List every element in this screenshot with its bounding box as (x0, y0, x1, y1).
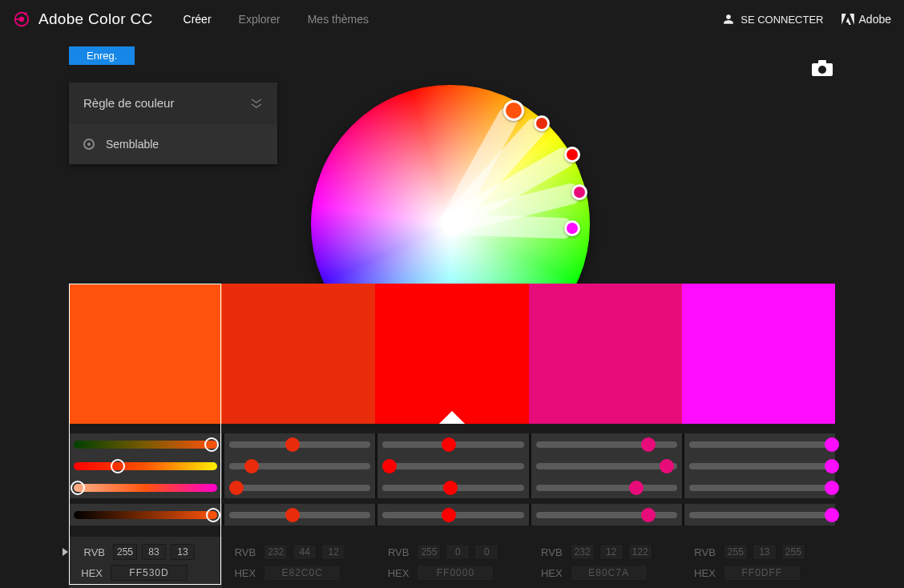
slider-cell[interactable] (375, 504, 528, 526)
slider-thumb[interactable] (641, 437, 656, 452)
slider-cell[interactable] (222, 477, 375, 498)
rgb-value[interactable]: 12 (321, 544, 345, 560)
slider-cell[interactable] (682, 455, 835, 477)
rgb-label: RVB (75, 546, 105, 558)
slider-thumb[interactable] (443, 481, 458, 495)
swatch[interactable] (375, 284, 528, 424)
slider-cell[interactable] (375, 433, 528, 455)
slider-cell[interactable] (529, 477, 682, 498)
nav-explore[interactable]: Explorer (239, 13, 280, 26)
wheel-handle[interactable] (564, 147, 580, 163)
color-rule-toggle[interactable]: Règle de couleur (69, 83, 277, 124)
swatch-row (69, 284, 835, 424)
slider-thumb[interactable] (442, 437, 456, 452)
rgb-value[interactable]: 255 (724, 544, 748, 560)
slider-cell[interactable] (375, 477, 528, 498)
color-rule-option[interactable]: Semblable (69, 124, 277, 164)
nav-create[interactable]: Créer (184, 13, 212, 26)
hex-value[interactable]: FF0DFF (724, 565, 801, 581)
slider-thumb[interactable] (825, 437, 839, 452)
slider-thumb[interactable] (285, 508, 300, 522)
swatch[interactable] (222, 284, 375, 424)
slider-cell[interactable] (375, 455, 528, 477)
slider-thumb[interactable] (244, 459, 259, 473)
rgb-value[interactable]: 232 (571, 544, 595, 560)
hex-value[interactable]: FF530D (111, 565, 188, 581)
color-rule-panel: Règle de couleur Semblable (69, 83, 277, 164)
slider-cell[interactable] (69, 455, 222, 477)
slider-thumb[interactable] (660, 459, 674, 473)
wheel-handle[interactable] (503, 100, 524, 121)
rgb-value[interactable]: 255 (781, 544, 805, 560)
triangle-right-icon (63, 548, 68, 556)
hex-value[interactable]: E80C7A (571, 565, 648, 581)
chevron-down-icon (250, 99, 263, 108)
slider-cell[interactable] (222, 455, 375, 477)
slider-cell[interactable] (682, 477, 835, 498)
slider-cell[interactable] (529, 433, 682, 455)
rgb-value[interactable]: 83 (142, 544, 166, 560)
hex-value[interactable]: E82C0C (264, 565, 341, 581)
nav-themes[interactable]: Mes thèmes (308, 13, 369, 26)
svg-point-6 (818, 66, 826, 74)
wheel-handle[interactable] (534, 115, 550, 131)
slider-track-gradient (74, 511, 217, 519)
slider-thumb[interactable] (442, 508, 456, 522)
slider-track (229, 485, 370, 491)
swatch[interactable] (69, 284, 222, 424)
slider-cell[interactable] (529, 504, 682, 526)
rgb-value[interactable]: 13 (753, 544, 777, 560)
rgb-value[interactable]: 122 (628, 544, 652, 560)
hex-label: HEX (532, 567, 563, 579)
slider-thumb[interactable] (111, 459, 125, 473)
rgb-value[interactable]: 232 (264, 544, 288, 560)
slider-cell[interactable] (222, 433, 375, 455)
slider-thumb[interactable] (825, 459, 839, 473)
rgb-value[interactable]: 255 (417, 544, 441, 560)
slider-cell[interactable] (69, 504, 222, 526)
slider-thumb[interactable] (629, 481, 644, 495)
hex-label: HEX (225, 567, 256, 579)
slider-thumb[interactable] (382, 459, 397, 473)
hex-label: HEX (685, 567, 716, 579)
rgb-value[interactable]: 13 (171, 544, 195, 560)
slider-cell[interactable] (222, 504, 375, 526)
value-column: RVB2558313HEXFF530D (69, 537, 222, 588)
value-column: RVB2324412HEXE82C0C (222, 537, 375, 588)
rgb-value[interactable]: 255 (113, 544, 137, 560)
slider-track (382, 463, 523, 469)
svg-rect-5 (818, 60, 826, 65)
wheel-handle[interactable] (571, 184, 587, 200)
rgb-value[interactable]: 44 (293, 544, 317, 560)
rgb-value[interactable]: 0 (474, 544, 498, 560)
slider-cell[interactable] (682, 504, 835, 526)
color-rule-title: Règle de couleur (83, 96, 174, 110)
slider-thumb[interactable] (206, 508, 220, 522)
rgb-value[interactable]: 12 (599, 544, 624, 560)
swatch[interactable] (529, 284, 682, 424)
camera-button[interactable] (811, 59, 833, 80)
adobe-link[interactable]: Adobe (841, 13, 891, 26)
slider-thumb[interactable] (825, 481, 839, 495)
slider-track (536, 463, 677, 469)
value-column: RVB25513255HEXFF0DFF (682, 537, 835, 588)
slider-thumb[interactable] (71, 481, 85, 495)
slider-cell[interactable] (69, 477, 222, 498)
swatch[interactable] (682, 284, 835, 424)
slider-thumb[interactable] (204, 437, 219, 452)
save-button[interactable]: Enreg. (69, 46, 135, 65)
signin-button[interactable]: SE CONNECTER (723, 14, 823, 26)
slider-thumb[interactable] (285, 437, 300, 452)
slider-cell[interactable] (69, 433, 222, 455)
values-row: RVB2558313HEXFF530DRVB2324412HEXE82C0CRV… (69, 537, 835, 588)
slider-track-gradient (74, 462, 217, 470)
hex-value[interactable]: FF0000 (417, 565, 494, 581)
rgb-value[interactable]: 0 (446, 544, 470, 560)
slider-thumb[interactable] (229, 481, 244, 495)
adobe-label: Adobe (859, 13, 891, 26)
slider-cell[interactable] (682, 433, 835, 455)
slider-row (69, 504, 835, 526)
slider-thumb[interactable] (825, 508, 839, 522)
slider-thumb[interactable] (641, 508, 656, 522)
slider-cell[interactable] (529, 455, 682, 477)
